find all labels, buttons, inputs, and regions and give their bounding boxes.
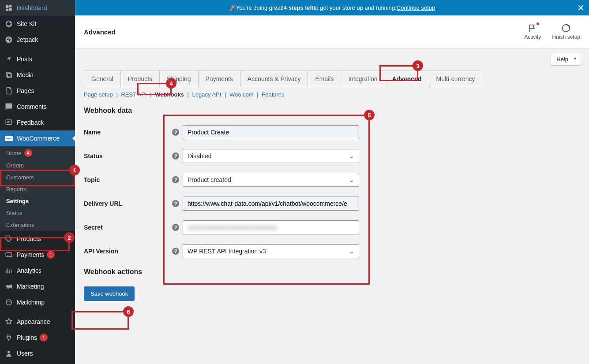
sidebar-label: Users bbox=[17, 350, 33, 357]
sub-home[interactable]: Home 4 bbox=[0, 146, 75, 160]
sidebar-label: Analytics bbox=[17, 267, 41, 274]
subtab-features[interactable]: Features bbox=[262, 91, 284, 98]
label-topic: Topic bbox=[84, 176, 172, 183]
sub-label: Status bbox=[6, 210, 23, 216]
sidebar-label: Plugins bbox=[17, 334, 37, 341]
tab-multicurrency[interactable]: Multi-currency bbox=[429, 71, 483, 87]
tab-emails[interactable]: Emails bbox=[308, 71, 341, 87]
callout-box-5: 5 bbox=[163, 115, 370, 285]
comment-icon bbox=[4, 102, 13, 111]
section-heading: Webhook data bbox=[84, 107, 580, 115]
label-api: API Version bbox=[84, 248, 172, 255]
svg-point-10 bbox=[8, 351, 10, 353]
dashboard-icon bbox=[4, 4, 13, 12]
badge: 4 bbox=[24, 149, 32, 157]
notification-dot bbox=[536, 22, 539, 25]
sidebar-item-users[interactable]: Users bbox=[0, 345, 75, 361]
sidebar-item-media[interactable]: Media bbox=[0, 67, 75, 83]
sub-label: Settings bbox=[6, 198, 29, 204]
sub-label: Reports bbox=[6, 186, 26, 193]
subtab-legacy-api[interactable]: Legacy API bbox=[192, 91, 221, 98]
sidebar-label: Comments bbox=[17, 103, 47, 110]
sub-extensions[interactable]: Extensions bbox=[0, 219, 75, 231]
callout-box-4: 4 bbox=[137, 83, 172, 95]
tab-accounts[interactable]: Accounts & Privacy bbox=[240, 71, 308, 87]
callout-number: 6 bbox=[123, 306, 134, 317]
banner-text-post: to get your store up and running. bbox=[314, 4, 397, 11]
sidebar-label: Marketing bbox=[17, 283, 44, 290]
activity-label: Activity bbox=[524, 34, 541, 40]
sidebar-item-dashboard[interactable]: Dashboard bbox=[0, 0, 75, 16]
svg-text:woo: woo bbox=[6, 137, 11, 140]
label-name: Name bbox=[84, 129, 172, 136]
sidebar-label: Pages bbox=[17, 87, 34, 94]
sidebar-item-marketing[interactable]: Marketing bbox=[0, 279, 75, 294]
top-bar: Advanced Activity Finish setup bbox=[75, 15, 589, 48]
sidebar-label: Mailchimp bbox=[17, 299, 45, 306]
google-icon bbox=[4, 19, 13, 28]
sidebar-item-feedback[interactable]: Feedback bbox=[0, 115, 75, 130]
tab-general[interactable]: General bbox=[84, 71, 121, 87]
label-delivery: Delivery URL bbox=[84, 200, 172, 207]
subtab-page-setup[interactable]: Page setup bbox=[84, 91, 113, 98]
progress-icon bbox=[561, 23, 571, 33]
sidebar-item-mailchimp[interactable]: Mailchimp bbox=[0, 294, 75, 310]
sidebar-label: Feedback bbox=[17, 119, 44, 126]
sub-settings[interactable]: Settings bbox=[0, 195, 75, 207]
svg-point-7 bbox=[6, 300, 11, 305]
main-area: 🚀 You're doing great! 4 steps left to ge… bbox=[75, 0, 589, 364]
media-icon bbox=[4, 71, 13, 79]
badge: 1 bbox=[47, 251, 55, 259]
callout-box-6: 6 bbox=[71, 311, 129, 330]
sidebar-item-pages[interactable]: Pages bbox=[0, 83, 75, 99]
banner-link[interactable]: Continue setup bbox=[397, 4, 435, 11]
sidebar-item-comments[interactable]: Comments bbox=[0, 99, 75, 115]
sidebar-item-posts[interactable]: Posts bbox=[0, 51, 75, 67]
analytics-icon bbox=[4, 266, 13, 275]
tab-integration[interactable]: Integration bbox=[341, 71, 385, 87]
sub-label: Home bbox=[6, 150, 22, 156]
separator: | bbox=[187, 91, 188, 98]
activity-button[interactable]: Activity bbox=[524, 23, 541, 40]
sidebar-label: WooCommerce bbox=[17, 135, 60, 142]
sidebar-item-sitekit[interactable]: Site Kit bbox=[0, 16, 75, 32]
sub-status[interactable]: Status bbox=[0, 207, 75, 219]
page-title: Advanced bbox=[84, 28, 116, 36]
mailchimp-icon bbox=[4, 298, 13, 307]
page-icon bbox=[4, 86, 13, 95]
badge: 1 bbox=[40, 334, 48, 342]
callout-box-2: 2 bbox=[0, 237, 70, 251]
finish-setup-button[interactable]: Finish setup bbox=[551, 23, 580, 40]
callout-number: 1 bbox=[69, 165, 80, 175]
sidebar-item-appearance[interactable]: Appearance bbox=[0, 314, 75, 330]
subtab-woo-com[interactable]: Woo.com bbox=[229, 91, 254, 98]
svg-point-8 bbox=[8, 301, 9, 302]
banner-bold: 4 steps left bbox=[284, 4, 314, 11]
sidebar-label: Jetpack bbox=[17, 36, 38, 43]
help-dropdown[interactable]: Help bbox=[551, 53, 580, 66]
sidebar-label: Payments bbox=[17, 251, 44, 258]
sidebar-item-jetpack[interactable]: Jetpack bbox=[0, 32, 75, 48]
callout-number: 3 bbox=[413, 60, 423, 71]
sidebar-item-woocommerce[interactable]: woo WooCommerce bbox=[0, 130, 75, 146]
save-webhook-button[interactable]: Save webhook bbox=[84, 286, 135, 301]
banner-text-pre: You're doing great! bbox=[236, 4, 284, 11]
svg-point-1 bbox=[6, 37, 12, 43]
pin-icon bbox=[4, 55, 13, 63]
jetpack-icon bbox=[4, 35, 13, 44]
plugins-icon bbox=[4, 333, 13, 342]
sidebar-label: Media bbox=[17, 71, 34, 78]
woocommerce-submenu: Home 4 Orders Customers Reports Settings… bbox=[0, 146, 75, 231]
callout-box-3: 3 bbox=[379, 65, 418, 81]
tab-payments[interactable]: Payments bbox=[199, 71, 240, 87]
separator: | bbox=[257, 91, 258, 98]
woocommerce-icon: woo bbox=[4, 134, 13, 143]
users-icon bbox=[4, 349, 13, 358]
sub-label: Orders bbox=[6, 162, 24, 169]
sidebar-label: Posts bbox=[17, 56, 32, 63]
marketing-icon bbox=[4, 282, 13, 291]
svg-point-9 bbox=[9, 301, 10, 302]
sidebar-item-analytics[interactable]: Analytics bbox=[0, 263, 75, 279]
sidebar-item-plugins[interactable]: Plugins 1 bbox=[0, 330, 75, 345]
close-icon[interactable]: ✕ bbox=[577, 3, 585, 13]
